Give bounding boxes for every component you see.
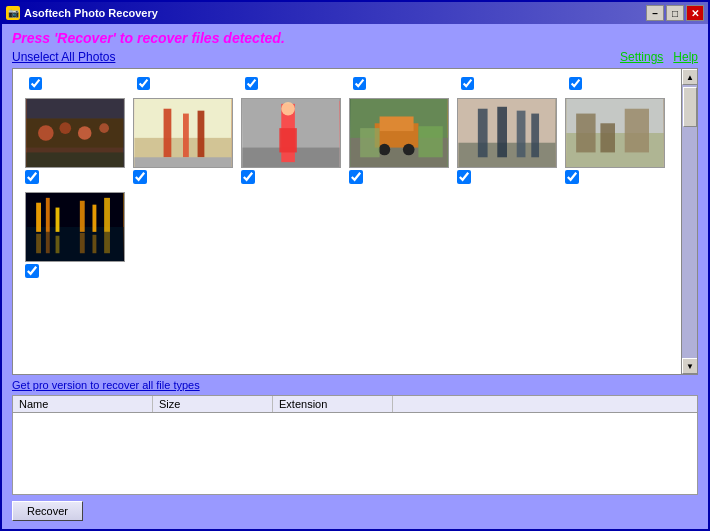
column-header-name: Name	[13, 396, 153, 412]
help-link[interactable]: Help	[673, 50, 698, 64]
window-title: Asoftech Photo Recovery	[24, 7, 158, 19]
photo-top-checkbox-4[interactable]	[353, 77, 366, 90]
svg-rect-32	[531, 114, 539, 158]
photo-item-top-check-1	[25, 77, 125, 90]
svg-rect-41	[36, 203, 41, 232]
svg-rect-22	[380, 116, 414, 131]
svg-rect-31	[517, 111, 526, 158]
svg-rect-18	[279, 128, 296, 152]
photo-thumb-7[interactable]	[25, 192, 125, 262]
main-content: Press 'Recover' to recover files detecte…	[2, 24, 708, 529]
recover-button[interactable]: Recover	[12, 501, 83, 521]
photo-thumb-5[interactable]	[457, 98, 557, 168]
photo-check-7	[25, 264, 39, 278]
svg-rect-26	[418, 126, 442, 157]
photo-thumb-2[interactable]	[133, 98, 233, 168]
photo-check-1	[25, 170, 39, 184]
minimize-button[interactable]: –	[646, 5, 664, 21]
column-header-extension: Extension	[273, 396, 393, 412]
photo-item-1	[25, 98, 125, 184]
top-links: Settings Help	[620, 50, 698, 64]
photo-scrollbar: ▲ ▼	[681, 69, 697, 374]
photo-thumb-3[interactable]	[241, 98, 341, 168]
svg-rect-50	[80, 233, 85, 253]
scroll-thumb[interactable]	[683, 87, 697, 127]
svg-point-23	[379, 144, 391, 156]
svg-point-5	[99, 123, 109, 133]
scroll-down-button[interactable]: ▼	[682, 358, 698, 374]
photo-item-5	[457, 98, 557, 184]
photo-item-2	[133, 98, 233, 184]
photo-check-2	[133, 170, 147, 184]
photo-check-5	[457, 170, 471, 184]
top-bar: Unselect All Photos Settings Help	[12, 50, 698, 64]
photo-top-checkbox-2[interactable]	[137, 77, 150, 90]
svg-rect-49	[56, 236, 60, 253]
pro-version-link[interactable]: Get pro version to recover all file type…	[12, 379, 698, 391]
svg-rect-47	[36, 234, 41, 253]
svg-rect-10	[164, 109, 172, 158]
svg-point-24	[403, 144, 415, 156]
recover-message: Press 'Recover' to recover files detecte…	[12, 30, 698, 46]
photo-top-checkbox-6[interactable]	[569, 77, 582, 90]
photo-thumb-4[interactable]	[349, 98, 449, 168]
photo-checkbox-5[interactable]	[457, 170, 471, 184]
svg-rect-7	[26, 99, 123, 118]
photo-item-4	[349, 98, 449, 184]
app-icon: 📷	[6, 6, 20, 20]
photo-thumb-6[interactable]	[565, 98, 665, 168]
unselect-all-link[interactable]: Unselect All Photos	[12, 50, 115, 64]
column-header-extra	[393, 396, 697, 412]
photo-checkbox-4[interactable]	[349, 170, 363, 184]
main-window: 📷 Asoftech Photo Recovery – □ ✕ Press 'R…	[0, 0, 710, 531]
svg-rect-13	[134, 157, 231, 167]
photo-checkbox-2[interactable]	[133, 170, 147, 184]
svg-rect-38	[600, 123, 615, 152]
title-bar: 📷 Asoftech Photo Recovery – □ ✕	[2, 2, 708, 24]
photo-top-checkbox-3[interactable]	[245, 77, 258, 90]
svg-rect-44	[80, 201, 85, 232]
photo-top-checkbox-1[interactable]	[29, 77, 42, 90]
photo-check-6	[565, 170, 579, 184]
file-list-header: Name Size Extension	[13, 396, 697, 413]
svg-rect-25	[360, 128, 379, 157]
photo-thumb-1[interactable]	[25, 98, 125, 168]
column-header-size: Size	[153, 396, 273, 412]
photo-top-checkbox-5[interactable]	[461, 77, 474, 90]
photo-panel: ▲ ▼	[12, 68, 698, 375]
title-buttons: – □ ✕	[646, 5, 704, 21]
photo-check-4	[349, 170, 363, 184]
file-list-body	[13, 413, 697, 488]
photo-checkbox-7[interactable]	[25, 264, 39, 278]
svg-rect-52	[104, 232, 110, 253]
photo-checkbox-3[interactable]	[241, 170, 255, 184]
photo-checkbox-6[interactable]	[565, 170, 579, 184]
svg-point-2	[38, 125, 54, 141]
svg-rect-46	[104, 198, 110, 232]
photo-item-3	[241, 98, 341, 184]
svg-rect-6	[26, 152, 123, 167]
photos-row-1	[21, 94, 673, 188]
svg-point-4	[78, 126, 92, 140]
svg-point-17	[281, 102, 295, 116]
file-list: Name Size Extension	[12, 395, 698, 495]
close-button[interactable]: ✕	[686, 5, 704, 21]
settings-link[interactable]: Settings	[620, 50, 663, 64]
photo-grid-container[interactable]	[13, 69, 681, 374]
svg-rect-37	[625, 109, 649, 153]
photo-item-7	[25, 192, 125, 278]
svg-point-3	[59, 122, 71, 134]
maximize-button[interactable]: □	[666, 5, 684, 21]
svg-rect-42	[46, 198, 50, 232]
scroll-track	[682, 85, 697, 358]
svg-rect-43	[56, 208, 60, 232]
photo-check-3	[241, 170, 255, 184]
scroll-up-button[interactable]: ▲	[682, 69, 698, 85]
photo-item-6	[565, 98, 665, 184]
photos-row-2	[21, 188, 673, 282]
title-bar-left: 📷 Asoftech Photo Recovery	[6, 6, 158, 20]
photo-checkbox-1[interactable]	[25, 170, 39, 184]
svg-rect-51	[92, 235, 96, 253]
svg-rect-36	[576, 114, 595, 153]
bottom-bar: Recover	[12, 495, 698, 523]
